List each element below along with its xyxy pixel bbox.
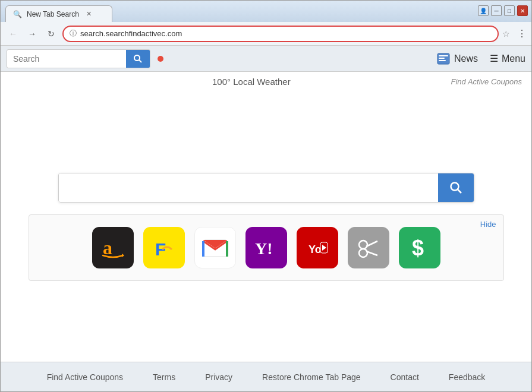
address-text: search.searchfindactivec.com xyxy=(80,29,492,38)
gmail-icon xyxy=(200,233,230,263)
weather-text: 100° Local Weather xyxy=(212,77,291,87)
main-search-input[interactable] xyxy=(59,173,438,202)
toolbar: News ☰ Menu xyxy=(1,46,531,72)
shortcuts-box: Hide a F xyxy=(29,214,504,281)
browser-window: 🔍 New Tab Search ✕ 👤 ─ □ ✕ ← → ↻ ⓘ searc… xyxy=(0,0,532,392)
main-content: Hide a F xyxy=(1,91,531,362)
hide-button[interactable]: Hide xyxy=(480,220,496,229)
shortcut-youtube[interactable]: You xyxy=(297,227,338,268)
news-button[interactable]: News xyxy=(436,52,478,66)
news-icon xyxy=(436,52,451,66)
svg-line-7 xyxy=(458,189,461,193)
menu-icon: ☰ xyxy=(490,53,498,64)
weather-temp: 100° xyxy=(212,77,231,87)
window-controls: 👤 ─ □ ✕ xyxy=(478,5,528,16)
toolbar-search-button[interactable] xyxy=(126,49,150,68)
forward-button[interactable]: → xyxy=(24,26,40,42)
footer-privacy[interactable]: Privacy xyxy=(205,372,232,382)
amazon-icon: a xyxy=(98,233,128,263)
tab-title: New Tab Search xyxy=(27,10,79,18)
user-icon: 👤 xyxy=(480,8,487,14)
page-content: 100° Local Weather Find Active Coupons H… xyxy=(1,72,531,362)
find-coupons-top-link[interactable]: Find Active Coupons xyxy=(451,77,522,86)
svg-marker-9 xyxy=(122,254,124,257)
svg-point-18 xyxy=(359,249,367,257)
shortcut-gmail[interactable] xyxy=(194,227,236,268)
dollar-icon: $ xyxy=(405,233,435,263)
user-button[interactable]: 👤 xyxy=(478,5,489,16)
footer-feedback[interactable]: Feedback xyxy=(449,372,485,382)
title-bar: 🔍 New Tab Search ✕ 👤 ─ □ ✕ xyxy=(1,1,531,22)
close-button[interactable]: ✕ xyxy=(517,5,528,16)
footer-terms[interactable]: Terms xyxy=(153,372,175,382)
browser-tab[interactable]: 🔍 New Tab Search ✕ xyxy=(5,5,112,22)
svg-line-1 xyxy=(139,60,141,62)
svg-point-17 xyxy=(359,241,367,249)
back-button[interactable]: ← xyxy=(5,26,21,42)
close-icon: ✕ xyxy=(520,8,525,14)
shortcut-scissors[interactable] xyxy=(348,227,389,268)
tab-close-button[interactable]: ✕ xyxy=(86,10,92,18)
svg-text:Y!: Y! xyxy=(255,239,273,258)
main-search-box xyxy=(58,173,474,203)
toolbar-search-input[interactable] xyxy=(7,54,126,64)
shortcut-flipkart[interactable]: F xyxy=(143,227,185,268)
svg-rect-5 xyxy=(439,60,446,61)
nav-bar: ← → ↻ ⓘ search.searchfindactivec.com ☆ ⋮ xyxy=(1,22,531,46)
main-search-button[interactable] xyxy=(438,173,474,202)
svg-text:F: F xyxy=(155,239,166,259)
menu-label: Menu xyxy=(502,53,525,64)
footer-contact[interactable]: Contact xyxy=(391,372,419,382)
maximize-button[interactable]: □ xyxy=(504,5,515,16)
weather-bar: 100° Local Weather Find Active Coupons xyxy=(1,72,531,91)
bookmark-icon[interactable]: ☆ xyxy=(502,29,510,39)
footer-find-coupons[interactable]: Find Active Coupons xyxy=(47,372,123,382)
tab-search-icon: 🔍 xyxy=(13,10,22,18)
minimize-icon: ─ xyxy=(494,8,498,14)
shortcut-yahoo[interactable]: Y! xyxy=(245,227,287,268)
minimize-button[interactable]: ─ xyxy=(491,5,502,16)
toolbar-search-box xyxy=(7,49,150,68)
svg-point-6 xyxy=(451,182,458,190)
main-search-icon xyxy=(449,181,462,194)
svg-rect-4 xyxy=(439,58,445,59)
shortcut-dollar[interactable]: $ xyxy=(399,227,440,268)
search-icon xyxy=(133,54,143,64)
shortcuts-row: a F xyxy=(41,227,492,268)
shortcut-amazon[interactable]: a xyxy=(92,227,134,268)
footer: Find Active Coupons Terms Privacy Restor… xyxy=(1,362,531,391)
svg-text:$: $ xyxy=(412,236,424,260)
menu-button[interactable]: ☰ Menu xyxy=(490,53,525,64)
scissors-icon xyxy=(354,233,383,263)
svg-rect-3 xyxy=(439,55,448,56)
maximize-icon: □ xyxy=(508,8,511,14)
yahoo-icon: Y! xyxy=(251,233,281,263)
info-icon: ⓘ xyxy=(70,29,77,39)
weather-label: Local Weather xyxy=(233,77,290,87)
reload-button[interactable]: ↻ xyxy=(43,26,59,42)
svg-point-0 xyxy=(134,55,140,61)
notification-dot xyxy=(158,56,163,62)
youtube-icon: You xyxy=(303,233,332,263)
browser-menu-icon[interactable]: ⋮ xyxy=(517,28,527,39)
address-bar[interactable]: ⓘ search.searchfindactivec.com xyxy=(62,26,499,42)
news-label: News xyxy=(454,53,478,64)
flipkart-icon: F xyxy=(149,233,179,263)
footer-restore-chrome[interactable]: Restore Chrome Tab Page xyxy=(262,372,361,382)
